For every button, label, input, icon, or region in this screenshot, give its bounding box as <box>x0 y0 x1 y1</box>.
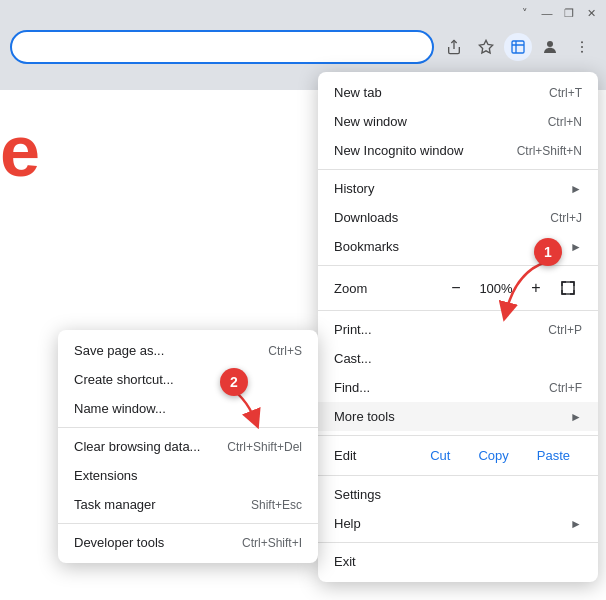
menu-item-more-tools[interactable]: More tools ► <box>318 402 598 431</box>
incognito-label: New Incognito window <box>334 143 517 158</box>
submenu-item-dev-tools[interactable]: Developer tools Ctrl+Shift+I <box>58 528 318 557</box>
divider-6 <box>318 542 598 543</box>
name-window-label: Name window... <box>74 401 302 416</box>
save-page-label: Save page as... <box>74 343 268 358</box>
zoom-expand-btn[interactable] <box>554 274 582 302</box>
main-menu: New tab Ctrl+T New window Ctrl+N New Inc… <box>318 72 598 582</box>
edit-label: Edit <box>334 448 414 463</box>
clear-browsing-label: Clear browsing data... <box>74 439 227 454</box>
new-window-shortcut: Ctrl+N <box>548 115 582 129</box>
dev-tools-shortcut: Ctrl+Shift+I <box>242 536 302 550</box>
task-manager-label: Task manager <box>74 497 251 512</box>
submenu-more-tools: Save page as... Ctrl+S Create shortcut..… <box>58 330 318 563</box>
svg-point-5 <box>581 46 583 48</box>
history-label: History <box>334 181 566 196</box>
cast-label: Cast... <box>334 351 582 366</box>
menu-item-settings[interactable]: Settings <box>318 480 598 509</box>
extensions-icon[interactable] <box>504 33 532 61</box>
submenu-item-extensions[interactable]: Extensions <box>58 461 318 490</box>
menu-item-exit[interactable]: Exit <box>318 547 598 576</box>
star-icon[interactable] <box>472 33 500 61</box>
submenu-divider-1 <box>58 427 318 428</box>
dev-tools-label: Developer tools <box>74 535 242 550</box>
save-page-shortcut: Ctrl+S <box>268 344 302 358</box>
find-shortcut: Ctrl+F <box>549 381 582 395</box>
svg-rect-7 <box>562 282 574 294</box>
submenu-item-create-shortcut[interactable]: Create shortcut... <box>58 365 318 394</box>
incognito-shortcut: Ctrl+Shift+N <box>517 144 582 158</box>
cut-btn[interactable]: Cut <box>418 444 462 467</box>
bookmarks-label: Bookmarks <box>334 239 566 254</box>
downloads-shortcut: Ctrl+J <box>550 211 582 225</box>
zoom-label: Zoom <box>334 281 438 296</box>
help-label: Help <box>334 516 566 531</box>
title-bar: ˅ — ❐ ✕ <box>0 0 606 26</box>
divider-1 <box>318 169 598 170</box>
annotation-1: 1 <box>534 238 562 266</box>
help-arrow: ► <box>570 517 582 531</box>
create-shortcut-label: Create shortcut... <box>74 372 302 387</box>
print-label: Print... <box>334 322 548 337</box>
address-bar-row <box>0 26 606 68</box>
svg-rect-2 <box>512 41 524 53</box>
clear-browsing-shortcut: Ctrl+Shift+Del <box>227 440 302 454</box>
svg-marker-1 <box>479 40 492 53</box>
submenu-item-task-manager[interactable]: Task manager Shift+Esc <box>58 490 318 519</box>
settings-label: Settings <box>334 487 582 502</box>
submenu-item-name-window[interactable]: Name window... <box>58 394 318 423</box>
address-bar[interactable] <box>10 30 434 64</box>
downloads-label: Downloads <box>334 210 550 225</box>
more-tools-arrow: ► <box>570 410 582 424</box>
close-btn[interactable]: ✕ <box>584 6 598 20</box>
profile-icon[interactable] <box>536 33 564 61</box>
menu-item-print[interactable]: Print... Ctrl+P <box>318 315 598 344</box>
new-tab-shortcut: Ctrl+T <box>549 86 582 100</box>
menu-item-new-window[interactable]: New window Ctrl+N <box>318 107 598 136</box>
share-icon[interactable] <box>440 33 468 61</box>
divider-3 <box>318 310 598 311</box>
zoom-minus-btn[interactable]: − <box>442 274 470 302</box>
edit-row: Edit Cut Copy Paste <box>318 440 598 471</box>
exit-label: Exit <box>334 554 582 569</box>
submenu-item-clear-browsing[interactable]: Clear browsing data... Ctrl+Shift+Del <box>58 432 318 461</box>
maximize-btn[interactable]: ❐ <box>562 6 576 20</box>
menu-item-cast[interactable]: Cast... <box>318 344 598 373</box>
find-label: Find... <box>334 380 549 395</box>
paste-btn[interactable]: Paste <box>525 444 582 467</box>
menu-item-new-tab[interactable]: New tab Ctrl+T <box>318 78 598 107</box>
new-window-label: New window <box>334 114 548 129</box>
bookmarks-arrow: ► <box>570 240 582 254</box>
minimize-btn[interactable]: — <box>540 6 554 20</box>
annotation-2: 2 <box>220 368 248 396</box>
zoom-row: Zoom − 100% + <box>318 270 598 306</box>
submenu-divider-2 <box>58 523 318 524</box>
svg-point-4 <box>581 41 583 43</box>
zoom-plus-btn[interactable]: + <box>522 274 550 302</box>
task-manager-shortcut: Shift+Esc <box>251 498 302 512</box>
menu-item-help[interactable]: Help ► <box>318 509 598 538</box>
svg-point-3 <box>547 41 553 47</box>
svg-point-6 <box>581 51 583 53</box>
more-tools-label: More tools <box>334 409 566 424</box>
divider-4 <box>318 435 598 436</box>
zoom-value: 100% <box>474 281 518 296</box>
new-tab-label: New tab <box>334 85 549 100</box>
toolbar-icons <box>440 33 596 61</box>
history-arrow: ► <box>570 182 582 196</box>
chevron-btn[interactable]: ˅ <box>518 6 532 20</box>
google-logo: e <box>0 110 40 192</box>
copy-btn[interactable]: Copy <box>466 444 520 467</box>
menu-icon[interactable] <box>568 33 596 61</box>
divider-2 <box>318 265 598 266</box>
menu-item-incognito[interactable]: New Incognito window Ctrl+Shift+N <box>318 136 598 165</box>
print-shortcut: Ctrl+P <box>548 323 582 337</box>
menu-item-history[interactable]: History ► <box>318 174 598 203</box>
divider-5 <box>318 475 598 476</box>
submenu-item-save-page[interactable]: Save page as... Ctrl+S <box>58 336 318 365</box>
menu-item-downloads[interactable]: Downloads Ctrl+J <box>318 203 598 232</box>
menu-item-find[interactable]: Find... Ctrl+F <box>318 373 598 402</box>
extensions-label: Extensions <box>74 468 302 483</box>
